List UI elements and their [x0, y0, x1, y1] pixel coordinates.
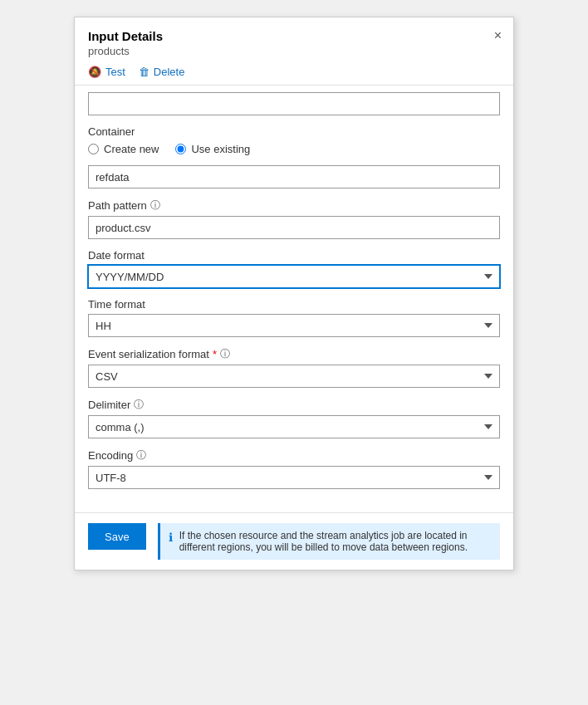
top-input[interactable]: [88, 92, 500, 115]
delimiter-info-icon: ⓘ: [134, 398, 144, 412]
form-content: Container Create new Use existing Path p…: [75, 85, 513, 512]
test-icon: 🔕: [88, 66, 101, 78]
info-box: ℹ If the chosen resource and the stream …: [158, 523, 500, 560]
delete-label: Delete: [154, 66, 185, 78]
panel-subtitle: products: [88, 45, 500, 57]
info-text: If the chosen resource and the stream an…: [179, 530, 492, 553]
date-format-select[interactable]: YYYY/MM/DD MM/DD/YYYY DD/MM/YYYY: [88, 265, 500, 288]
event-serialization-group: Event serialization format * ⓘ CSV JSON …: [88, 347, 500, 388]
container-value-group: [88, 165, 500, 188]
path-pattern-input[interactable]: [88, 216, 500, 239]
container-label: Container: [88, 125, 500, 138]
footer: Save ℹ If the chosen resource and the st…: [75, 512, 513, 570]
create-new-label: Create new: [104, 143, 159, 155]
path-pattern-info-icon: ⓘ: [150, 198, 160, 213]
panel-title: Input Details: [88, 29, 500, 43]
time-format-select[interactable]: HH HH:mm HH:mm:ss: [88, 314, 500, 337]
use-existing-label: Use existing: [191, 143, 250, 155]
container-field-group: Container Create new Use existing: [88, 125, 500, 155]
event-serialization-label: Event serialization format * ⓘ: [88, 347, 500, 361]
encoding-select[interactable]: UTF-8 UTF-16 ASCII: [88, 466, 500, 489]
date-format-group: Date format YYYY/MM/DD MM/DD/YYYY DD/MM/…: [88, 249, 500, 288]
top-input-row: [88, 92, 500, 115]
delete-icon: 🗑: [139, 66, 149, 78]
save-button[interactable]: Save: [88, 523, 146, 550]
close-button[interactable]: ×: [494, 29, 502, 42]
encoding-group: Encoding ⓘ UTF-8 UTF-16 ASCII: [88, 448, 500, 489]
time-format-group: Time format HH HH:mm HH:mm:ss: [88, 298, 500, 337]
delimiter-group: Delimiter ⓘ comma (,) semicolon (;) tab …: [88, 398, 500, 438]
container-input[interactable]: [88, 165, 500, 188]
test-label: Test: [105, 66, 125, 78]
toolbar: 🔕 Test 🗑 Delete: [75, 61, 513, 85]
input-details-panel: Input Details products × 🔕 Test 🗑 Delete…: [74, 17, 514, 570]
info-icon: ℹ: [169, 531, 173, 544]
create-new-radio[interactable]: [88, 144, 99, 154]
delimiter-label: Delimiter ⓘ: [88, 398, 500, 412]
test-button[interactable]: 🔕 Test: [88, 66, 125, 78]
time-format-label: Time format: [88, 298, 500, 311]
path-pattern-label: Path pattern ⓘ: [88, 198, 500, 213]
encoding-info-icon: ⓘ: [136, 448, 146, 463]
delete-button[interactable]: 🗑 Delete: [139, 66, 185, 78]
path-pattern-group: Path pattern ⓘ: [88, 198, 500, 239]
container-radio-group: Create new Use existing: [88, 143, 500, 155]
event-serialization-select[interactable]: CSV JSON Avro: [88, 365, 500, 388]
use-existing-radio-label[interactable]: Use existing: [175, 143, 250, 155]
delimiter-select[interactable]: comma (,) semicolon (;) tab (\t) pipe (|…: [88, 415, 500, 438]
event-serialization-required: *: [213, 348, 217, 360]
date-format-label: Date format: [88, 249, 500, 262]
panel-header: Input Details products ×: [75, 17, 513, 61]
encoding-label: Encoding ⓘ: [88, 448, 500, 463]
event-serialization-info-icon: ⓘ: [220, 347, 230, 361]
use-existing-radio[interactable]: [175, 144, 186, 154]
create-new-radio-label[interactable]: Create new: [88, 143, 159, 155]
